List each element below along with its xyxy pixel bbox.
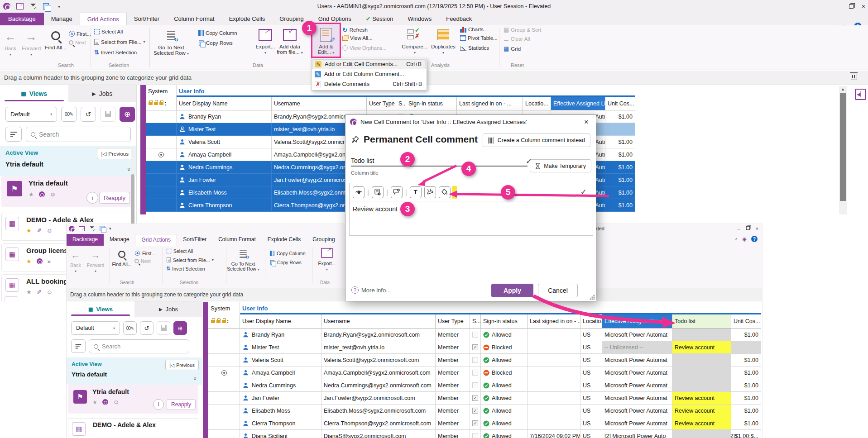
- scroll-up-icon[interactable]: ▲: [839, 86, 847, 92]
- tab-feedback[interactable]: Feedback: [439, 13, 479, 25]
- checkbox-icon[interactable]: [472, 357, 478, 363]
- grid-scrollbar[interactable]: ▲: [839, 86, 847, 214]
- column-header-name[interactable]: User Display Name: [240, 314, 321, 328]
- view-all-button[interactable]: View All...: [342, 35, 373, 41]
- column-header-name[interactable]: User Display Name: [177, 97, 272, 110]
- cell-chk[interactable]: ✓: [470, 341, 481, 354]
- copy-rows-button[interactable]: Copy Rows: [198, 40, 233, 46]
- cell-loc[interactable]: US: [580, 379, 602, 392]
- checkbox-icon[interactable]: [472, 382, 478, 388]
- row-marker-cell[interactable]: [146, 148, 177, 161]
- sidebar-search-input[interactable]: Search: [26, 127, 131, 142]
- cell-chk[interactable]: [470, 367, 481, 379]
- cell-type[interactable]: Member: [436, 405, 470, 417]
- cell-loc[interactable]: US: [580, 430, 602, 438]
- cell-status[interactable]: Blocked: [481, 341, 528, 354]
- cell-user[interactable]: Cierra.Thompson@sygx2.onmicrosoft.com: [321, 417, 436, 430]
- cell-todo[interactable]: [672, 367, 731, 379]
- row-marker-cell[interactable]: [146, 186, 177, 199]
- checkbox-icon[interactable]: [472, 332, 478, 338]
- cell-name[interactable]: Mister Test: [240, 341, 321, 354]
- cell-chk[interactable]: [470, 430, 481, 438]
- sidebar-search-input[interactable]: Search: [89, 339, 189, 353]
- cell-status[interactable]: Allowed: [481, 328, 528, 341]
- view-card-ytria-default[interactable]: ⚑ Ytria default ★ ☺ i Reapply: [68, 385, 198, 414]
- cell-todo[interactable]: Review account: [672, 417, 731, 430]
- cell-unit[interactable]: $1.00: [605, 136, 635, 148]
- cell-user[interactable]: Elisabeth.Moss@sygx2.onmicrosoft.com: [321, 405, 436, 417]
- column-header-chk[interactable]: S...: [396, 97, 406, 110]
- menu-item-delete-comments[interactable]: ✗ Delete CommentsCtrl+Shift+B: [312, 79, 426, 89]
- group-header-system[interactable]: System: [146, 85, 177, 97]
- cell-type[interactable]: Member: [436, 379, 470, 392]
- cell-chk[interactable]: ✓: [470, 417, 481, 430]
- cell-lic[interactable]: Microsoft Power Automat: [602, 328, 672, 341]
- checkbox-checked-icon[interactable]: ✓: [472, 420, 478, 426]
- star-icon[interactable]: ★: [26, 258, 32, 265]
- row-marker-cell[interactable]: [208, 354, 240, 367]
- column-header-status[interactable]: Sign-in status: [481, 314, 528, 328]
- cell-status[interactable]: Allowed: [481, 379, 528, 392]
- cell-name[interactable]: Valeria Scott: [240, 354, 321, 367]
- cell-loc[interactable]: US: [580, 405, 602, 417]
- back-button[interactable]: ← Back▾: [1, 29, 20, 57]
- expand-chevrons-icon[interactable]: »: [48, 258, 51, 265]
- collapse-chevrons-icon[interactable]: »: [192, 377, 199, 380]
- refresh-button[interactable]: ↻Refresh: [342, 26, 368, 33]
- cell-last[interactable]: [528, 341, 580, 354]
- sidebar-tab-jobs[interactable]: ▶ Jobs: [68, 85, 137, 102]
- cell-last[interactable]: [528, 367, 580, 379]
- cell-unit[interactable]: [605, 123, 635, 136]
- cell-status[interactable]: Allowed: [481, 354, 528, 367]
- restore-icon[interactable]: [849, 4, 854, 9]
- cell-lic[interactable]: Microsoft Power Automat: [602, 354, 672, 367]
- cell-chk[interactable]: ✓: [470, 392, 481, 405]
- tab-sort-filter[interactable]: Sort/Filter: [177, 234, 212, 246]
- group-and-sort-button[interactable]: ▤Group & Sort: [504, 26, 541, 33]
- row-marker-cell[interactable]: [146, 136, 177, 148]
- cell-unit[interactable]: $1.00: [731, 417, 761, 430]
- row-marker-cell[interactable]: [146, 161, 177, 174]
- undo-view-button[interactable]: ↺: [140, 321, 153, 335]
- stamp-icon[interactable]: [424, 186, 436, 198]
- cell-loc[interactable]: US: [580, 354, 602, 367]
- tab-manage[interactable]: Manage: [104, 234, 135, 246]
- cell-last[interactable]: 7/16/2024 09:02 PM M...: [528, 430, 580, 438]
- cell-unit[interactable]: $1.00: [605, 199, 635, 212]
- view-item-demo[interactable]: ▦ DEMO - Adele & Alex: [68, 418, 198, 438]
- add-data-from-file-button[interactable]: Add datafrom file... ▾: [275, 27, 304, 56]
- column-header-lic[interactable]: Effective Assigned Licen...: [602, 314, 672, 328]
- cell-unit[interactable]: $1.00: [731, 367, 761, 379]
- export-button[interactable]: Export...▾: [253, 27, 278, 56]
- star-icon[interactable]: ★: [29, 191, 34, 198]
- dialog-title-bar[interactable]: New Cell Comment for 'User Info :: Effec…: [345, 115, 596, 129]
- grid-row[interactable]: Elisabeth MossElisabeth.Moss@sygx2.onmic…: [208, 405, 761, 417]
- more-info-link[interactable]: ? More info...: [351, 286, 391, 294]
- column-title-input[interactable]: [351, 156, 528, 167]
- close-icon[interactable]: ×: [580, 117, 592, 128]
- group-header-user-info[interactable]: User Info: [240, 302, 761, 314]
- cell-name[interactable]: Elisabeth Moss: [240, 405, 321, 417]
- save-view-button[interactable]: [100, 107, 115, 122]
- minimize-icon[interactable]: –: [837, 3, 841, 10]
- cell-user[interactable]: Valeria.Scott@sygx2.onmicrosoft.com: [321, 354, 436, 367]
- cell-type[interactable]: Member: [436, 341, 470, 354]
- column-header-unit[interactable]: Unit Cos...: [605, 97, 635, 110]
- tab-session[interactable]: ✔ Session: [359, 13, 401, 25]
- cell-lic[interactable]: Microsoft Power Automat: [602, 417, 672, 430]
- cell-unit[interactable]: $1.00: [731, 392, 761, 405]
- cell-lic[interactable]: Microsoft Power Automat: [602, 367, 672, 379]
- find-all-button[interactable]: Find All...: [111, 248, 133, 267]
- toolbar-check-icon[interactable]: ✓: [580, 187, 590, 197]
- tab-grouping[interactable]: Grouping: [307, 234, 340, 246]
- cell-unit[interactable]: $1.00: [731, 354, 761, 367]
- cell-name[interactable]: Cierra Thompson: [240, 417, 321, 430]
- add-view-button[interactable]: ⊕: [120, 107, 135, 122]
- cell-name[interactable]: Diana Siciliani: [240, 430, 321, 438]
- row-marker-cell[interactable]: [208, 367, 240, 379]
- select-all-button[interactable]: Select All: [166, 248, 193, 254]
- text-format-icon[interactable]: T: [410, 186, 422, 198]
- save-view-button[interactable]: [157, 321, 170, 335]
- cell-name[interactable]: Mister Test: [177, 123, 272, 136]
- star-icon[interactable]: ★: [26, 289, 32, 295]
